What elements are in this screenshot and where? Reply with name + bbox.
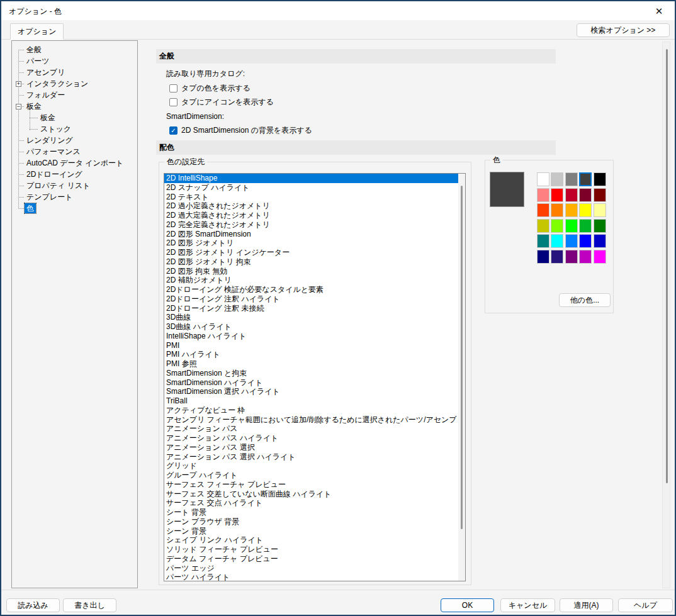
palette-swatch[interactable] bbox=[579, 234, 592, 248]
palette-swatch[interactable] bbox=[565, 203, 578, 217]
color-target-item[interactable]: SmartDimension ハイライト bbox=[164, 378, 465, 388]
color-target-item[interactable]: SmartDimension と拘束 bbox=[164, 369, 465, 378]
tree-item-label[interactable]: フォルダー bbox=[25, 90, 67, 100]
palette-swatch[interactable] bbox=[565, 250, 578, 264]
palette-swatch[interactable] bbox=[565, 219, 578, 233]
tree-item-label[interactable]: パフォーマンス bbox=[25, 147, 82, 157]
collapse-minus-icon[interactable]: − bbox=[16, 104, 21, 109]
list-scrollbar[interactable] bbox=[458, 174, 465, 581]
palette-swatch[interactable] bbox=[537, 219, 549, 233]
color-target-item[interactable]: 2D スナップ ハイライト bbox=[164, 183, 465, 193]
expand-plus-icon[interactable]: + bbox=[16, 81, 21, 87]
palette-swatch[interactable] bbox=[594, 234, 606, 248]
color-target-item[interactable]: 2D 過小定義されたジオメトリ bbox=[164, 201, 465, 211]
color-target-item[interactable]: 2D 図形 拘束 無効 bbox=[164, 267, 465, 276]
more-colors-button[interactable]: 他の色... bbox=[559, 293, 611, 307]
tree-item-label[interactable]: レンダリング bbox=[25, 135, 75, 145]
color-target-item[interactable]: グリッド bbox=[164, 461, 465, 471]
palette-swatch[interactable] bbox=[551, 188, 563, 202]
palette-swatch[interactable] bbox=[579, 219, 592, 233]
palette-swatch[interactable] bbox=[594, 188, 606, 202]
close-icon[interactable]: ✕ bbox=[648, 3, 670, 18]
show-tab-color-checkbox[interactable] bbox=[169, 84, 177, 92]
tree-item-label[interactable]: ストック bbox=[38, 124, 73, 134]
tree-item-label[interactable]: 板金 bbox=[25, 101, 43, 111]
tree-item[interactable]: フォルダー bbox=[12, 89, 137, 101]
search-options-button[interactable]: 検索オプション >> bbox=[577, 23, 670, 37]
palette-swatch[interactable] bbox=[594, 219, 606, 233]
palette-swatch[interactable] bbox=[537, 172, 549, 186]
color-target-item[interactable]: シーン ブラウザ 背景 bbox=[164, 517, 465, 527]
color-target-item[interactable]: 3D曲線 bbox=[164, 313, 465, 322]
color-target-item[interactable]: 2Dドローイング 注釈 ハイライト bbox=[164, 294, 465, 304]
tree-item[interactable]: レンダリング bbox=[12, 135, 137, 146]
help-button[interactable]: ヘルプ bbox=[618, 598, 673, 612]
color-target-item[interactable]: サーフェス 交点 ハイライト bbox=[164, 498, 465, 508]
color-target-item[interactable]: グループ ハイライト bbox=[164, 471, 465, 480]
color-target-item[interactable]: ソリッド フィーチャ プレビュー bbox=[164, 545, 465, 554]
tree-item[interactable]: パーツ bbox=[12, 55, 137, 67]
color-target-item[interactable]: PMI bbox=[164, 341, 465, 350]
list-scrollbar-thumb[interactable] bbox=[461, 186, 463, 529]
ok-button[interactable]: OK bbox=[441, 598, 494, 612]
tree-item-label[interactable]: テンプレート bbox=[25, 192, 74, 202]
tree-item[interactable]: 2Dドローイング bbox=[12, 169, 137, 180]
tree-item[interactable]: −板金 bbox=[12, 101, 137, 112]
apply-button[interactable]: 適用(A) bbox=[560, 598, 613, 612]
tree-item-label[interactable]: プロパティ リスト bbox=[25, 181, 93, 191]
export-button[interactable]: 書き出し bbox=[63, 598, 116, 612]
color-target-item[interactable]: TriBall bbox=[164, 396, 465, 406]
tree-item-label[interactable]: 板金 bbox=[38, 113, 57, 123]
color-target-item[interactable]: 3D曲線 ハイライト bbox=[164, 322, 465, 332]
tree-item[interactable]: 全般 bbox=[12, 44, 137, 55]
color-target-item[interactable]: サーフェス 交差していない断面曲線 ハイライト bbox=[164, 490, 465, 499]
palette-swatch[interactable] bbox=[579, 250, 592, 264]
palette-swatch[interactable] bbox=[565, 188, 578, 202]
color-target-item[interactable]: アニメーション パス 選択 ハイライト bbox=[164, 452, 465, 462]
tree-item-label[interactable]: アセンブリ bbox=[25, 67, 67, 77]
palette-swatch[interactable] bbox=[537, 250, 549, 264]
tree-item[interactable]: アセンブリ bbox=[12, 67, 137, 78]
tree-item[interactable]: AutoCAD データ インポート bbox=[12, 157, 137, 169]
palette-swatch[interactable] bbox=[565, 234, 578, 248]
main-scrollbar-thumb[interactable] bbox=[666, 49, 668, 483]
color-target-item[interactable]: 2D 図形 ジオメトリ インジケーター bbox=[164, 248, 465, 257]
color-target-item[interactable]: データム フィーチャ プレビュー bbox=[164, 554, 465, 564]
color-target-item[interactable]: 2D 過大定義されたジオメトリ bbox=[164, 211, 465, 220]
color-target-item[interactable]: IntelliShape ハイライト bbox=[164, 332, 465, 341]
color-target-item[interactable]: シェイプ リンク ハイライト bbox=[164, 535, 465, 545]
palette-swatch[interactable] bbox=[551, 234, 563, 248]
cancel-button[interactable]: キャンセル bbox=[500, 598, 555, 612]
palette-swatch[interactable] bbox=[551, 250, 563, 264]
palette-swatch[interactable] bbox=[537, 203, 549, 217]
tree-item[interactable]: 色 bbox=[12, 203, 137, 214]
tree-item[interactable]: +インタラクション bbox=[12, 78, 137, 89]
sd-background-checkbox[interactable]: ✓ bbox=[169, 126, 177, 135]
show-tab-icon-checkbox[interactable] bbox=[169, 98, 177, 106]
color-target-item[interactable]: 2Dドローイング 検証が必要なスタイルと要素 bbox=[164, 285, 465, 294]
color-target-item[interactable]: 2D 完全定義されたジオメトリ bbox=[164, 220, 465, 230]
color-target-item[interactable]: アクティブなビュー 枠 bbox=[164, 406, 465, 415]
color-target-item[interactable]: 2Dドローイング 注釈 未接続 bbox=[164, 304, 465, 313]
color-target-item[interactable]: アセンブリ フィーチャ範囲において追加/削除するために選択されたパーツ/アセンブ… bbox=[164, 415, 465, 425]
tree-item-label[interactable]: 色 bbox=[25, 203, 36, 213]
tree-item[interactable]: パフォーマンス bbox=[12, 146, 137, 157]
color-target-item[interactable]: アニメーション パス 選択 bbox=[164, 443, 465, 452]
color-target-item[interactable]: 2D 図形 ジオメトリ 拘束 bbox=[164, 257, 465, 267]
tree-item-label[interactable]: AutoCAD データ インポート bbox=[25, 158, 125, 168]
palette-swatch[interactable] bbox=[579, 172, 592, 186]
color-target-item[interactable]: アニメーション パス ハイライト bbox=[164, 434, 465, 443]
color-target-item[interactable]: 2D 補助ジオメトリ bbox=[164, 276, 465, 285]
tree-item-label[interactable]: 全般 bbox=[25, 45, 43, 55]
tree-item[interactable]: ストック bbox=[12, 123, 137, 135]
palette-swatch[interactable] bbox=[579, 188, 592, 202]
color-target-item[interactable]: PMI ハイライト bbox=[164, 350, 465, 359]
tree-item[interactable]: テンプレート bbox=[12, 191, 137, 203]
color-target-item[interactable]: パーツ エッジ bbox=[164, 564, 465, 573]
color-target-item[interactable]: アニメーション パス bbox=[164, 424, 465, 434]
color-target-item[interactable]: パーツ ハイライト bbox=[164, 573, 465, 581]
tree-item-label[interactable]: 2Dドローイング bbox=[25, 169, 84, 179]
palette-swatch[interactable] bbox=[579, 203, 592, 217]
palette-swatch[interactable] bbox=[565, 172, 578, 186]
tree-item-label[interactable]: パーツ bbox=[25, 56, 52, 66]
